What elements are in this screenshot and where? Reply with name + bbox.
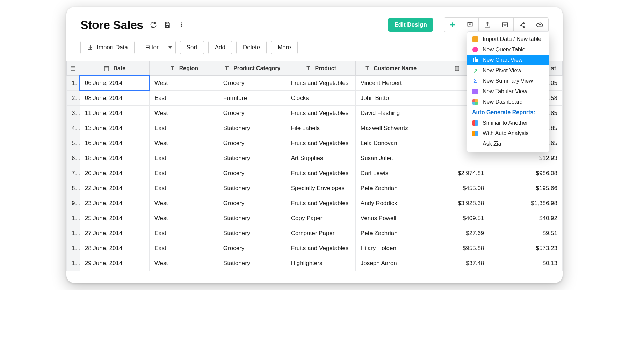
cell-date[interactable]: 08 June, 2014 — [80, 91, 149, 106]
cell-date[interactable]: 25 June, 2014 — [80, 211, 149, 226]
cell-cost[interactable]: $1,386.98 — [489, 196, 563, 211]
dropdown-item[interactable]: Ask Zia — [467, 139, 549, 149]
row-number-cell[interactable]: 12 — [67, 241, 80, 256]
dropdown-item[interactable]: ↗New Pivot View — [467, 65, 549, 76]
dropdown-item[interactable]: New Query Table — [467, 44, 549, 55]
cell-date[interactable]: 20 June, 2014 — [80, 166, 149, 181]
cell-date[interactable]: 18 June, 2014 — [80, 151, 149, 166]
cell-category[interactable]: Grocery — [218, 76, 286, 91]
cell-cost[interactable]: $0.13 — [489, 256, 563, 271]
cell-product[interactable]: Computer Paper — [286, 226, 355, 241]
cell-product[interactable]: Fruits and Vegetables — [286, 196, 355, 211]
row-number-cell[interactable]: 1 — [67, 76, 80, 91]
export-icon[interactable] — [479, 17, 496, 32]
cell-date[interactable]: 22 June, 2014 — [80, 181, 149, 196]
delete-button[interactable]: Delete — [236, 41, 267, 54]
cell-product[interactable]: Copy Paper — [286, 211, 355, 226]
cell-customer[interactable]: Carl Lewis — [355, 166, 425, 181]
row-number-header[interactable] — [67, 61, 80, 76]
cell-product[interactable]: Art Supplies — [286, 151, 355, 166]
dropdown-item[interactable]: Import Data / New table — [467, 34, 549, 44]
row-number-cell[interactable]: 9 — [67, 196, 80, 211]
sort-button[interactable]: Sort — [180, 41, 204, 54]
col-category-header[interactable]: TProduct Category — [218, 61, 286, 76]
cell-region[interactable]: East — [149, 241, 218, 256]
cell-product[interactable]: File Labels — [286, 121, 355, 136]
cell-cost[interactable]: $9.51 — [489, 226, 563, 241]
cell-customer[interactable]: Joseph Aaron — [355, 256, 425, 271]
import-data-button[interactable]: Import Data — [80, 41, 135, 54]
cell-date[interactable]: 16 June, 2014 — [80, 136, 149, 151]
cell-product[interactable]: Fruits and Vegetables — [286, 241, 355, 256]
cell-customer[interactable]: Lela Donovan — [355, 136, 425, 151]
more-icon[interactable] — [178, 21, 185, 29]
filter-button[interactable]: Filter — [139, 41, 165, 54]
cell-date[interactable]: 06 June, 2014 — [80, 76, 149, 91]
cell-category[interactable]: Stationery — [218, 181, 286, 196]
cell-region[interactable]: East — [149, 166, 218, 181]
cell-date[interactable]: 29 June, 2014 — [80, 256, 149, 271]
cell-cost[interactable]: $40.92 — [489, 211, 563, 226]
cell-category[interactable]: Stationery — [218, 256, 286, 271]
row-number-cell[interactable]: 3 — [67, 106, 80, 121]
cell-region[interactable]: West — [149, 196, 218, 211]
cell-region[interactable]: East — [149, 181, 218, 196]
row-number-cell[interactable]: 7 — [67, 166, 80, 181]
cell-category[interactable]: Furniture — [218, 91, 286, 106]
col-customer-header[interactable]: TCustomer Name — [355, 61, 425, 76]
cell-customer[interactable]: Venus Powell — [355, 211, 425, 226]
row-number-cell[interactable]: 11 — [67, 226, 80, 241]
filter-dropdown-toggle[interactable] — [165, 41, 176, 54]
cell-cost[interactable]: $573.23 — [489, 241, 563, 256]
refresh-icon[interactable] — [150, 21, 157, 29]
add-new-button[interactable] — [444, 17, 461, 32]
cell-customer[interactable]: Hilary Holden — [355, 241, 425, 256]
cell-date[interactable]: 27 June, 2014 — [80, 226, 149, 241]
cell-sales[interactable]: $955.88 — [425, 241, 489, 256]
edit-design-button[interactable]: Edit Design — [388, 18, 433, 32]
cell-date[interactable]: 13 June, 2014 — [80, 121, 149, 136]
cell-date[interactable]: 23 June, 2014 — [80, 196, 149, 211]
cell-date[interactable]: 11 June, 2014 — [80, 106, 149, 121]
cell-region[interactable]: East — [149, 121, 218, 136]
cell-category[interactable]: Grocery — [218, 166, 286, 181]
cell-date[interactable]: 28 June, 2014 — [80, 241, 149, 256]
col-date-header[interactable]: Date — [80, 61, 149, 76]
cell-region[interactable]: West — [149, 106, 218, 121]
cell-customer[interactable]: Andy Roddick — [355, 196, 425, 211]
cell-sales[interactable]: $27.69 — [425, 226, 489, 241]
cell-sales[interactable]: $37.48 — [425, 256, 489, 271]
cell-customer[interactable]: Susan Juliet — [355, 151, 425, 166]
cell-sales[interactable]: $455.08 — [425, 181, 489, 196]
cell-product[interactable]: Specialty Envelopes — [286, 181, 355, 196]
cell-category[interactable]: Grocery — [218, 241, 286, 256]
cell-category[interactable]: Grocery — [218, 106, 286, 121]
cell-region[interactable]: East — [149, 226, 218, 241]
cell-cost[interactable]: $986.08 — [489, 166, 563, 181]
row-number-cell[interactable]: 13 — [67, 256, 80, 271]
cell-category[interactable]: Stationery — [218, 151, 286, 166]
more-button[interactable]: More — [271, 41, 298, 54]
save-icon[interactable] — [164, 21, 171, 29]
cell-sales[interactable] — [425, 151, 489, 166]
cell-region[interactable]: West — [149, 136, 218, 151]
cell-region[interactable]: West — [149, 76, 218, 91]
cell-customer[interactable]: Pete Zachriah — [355, 181, 425, 196]
col-product-header[interactable]: TProduct — [286, 61, 355, 76]
cell-sales[interactable]: $3,928.38 — [425, 196, 489, 211]
dropdown-item[interactable]: ΣNew Summary View — [467, 76, 549, 86]
cell-customer[interactable]: David Flashing — [355, 106, 425, 121]
row-number-cell[interactable]: 10 — [67, 211, 80, 226]
cell-customer[interactable]: John Britto — [355, 91, 425, 106]
cell-product[interactable]: Fruits and Vegetables — [286, 136, 355, 151]
cloud-upload-icon[interactable] — [531, 17, 549, 32]
dropdown-item[interactable]: New Tabular View — [467, 86, 549, 97]
cell-sales[interactable]: $2,974.81 — [425, 166, 489, 181]
cell-customer[interactable]: Vincent Herbert — [355, 76, 425, 91]
dropdown-item[interactable]: New Dashboard — [467, 97, 549, 107]
cell-cost[interactable]: $195.66 — [489, 181, 563, 196]
cell-product[interactable]: Fruits and Vegetables — [286, 76, 355, 91]
mail-icon[interactable] — [496, 17, 514, 32]
share-icon[interactable] — [514, 17, 531, 32]
cell-region[interactable]: East — [149, 91, 218, 106]
